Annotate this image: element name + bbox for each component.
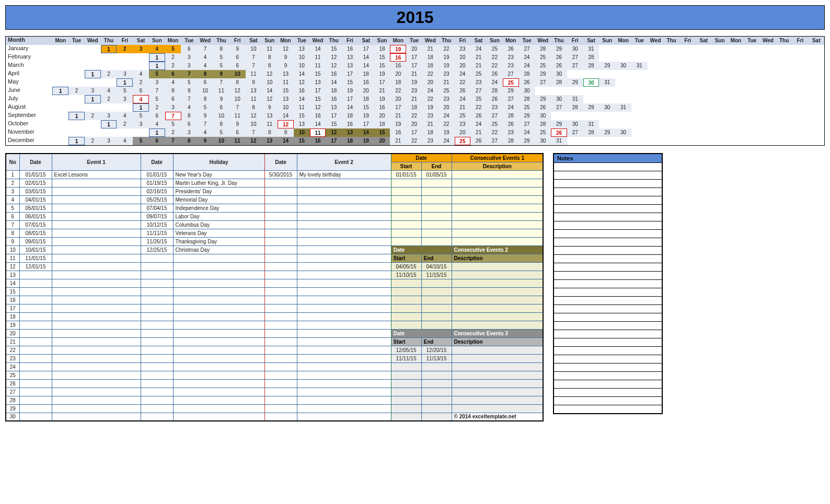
events-table: No DateEvent 1 DateHoliday DateEvent 2 D…: [5, 153, 544, 421]
notes-row[interactable]: [554, 380, 662, 389]
notes-row[interactable]: [554, 238, 662, 247]
notes-row[interactable]: [554, 196, 662, 205]
month-label: January: [6, 45, 52, 53]
notes-row[interactable]: [554, 213, 662, 221]
notes-row[interactable]: [554, 364, 662, 372]
notes-row[interactable]: [554, 247, 662, 255]
month-label: May: [6, 78, 52, 87]
notes-row[interactable]: [554, 313, 662, 322]
notes-row[interactable]: [554, 405, 662, 414]
notes-row[interactable]: [554, 338, 662, 347]
month-label: July: [6, 95, 52, 103]
month-label: June: [6, 87, 52, 95]
notes-row[interactable]: [554, 330, 662, 338]
notes-row[interactable]: [554, 180, 662, 188]
year-title: 2015: [5, 5, 825, 30]
notes-row[interactable]: [554, 397, 662, 405]
notes-row[interactable]: [554, 221, 662, 230]
month-label: November: [6, 128, 52, 137]
notes-row[interactable]: [554, 288, 662, 297]
month-label: October: [6, 120, 52, 128]
notes-row[interactable]: [554, 347, 662, 355]
notes-row[interactable]: [554, 188, 662, 196]
month-label: February: [6, 53, 52, 62]
notes-row[interactable]: [554, 355, 662, 364]
calendar-grid: MonthMonTueWedThuFriSatSunMonTueWedThuFr…: [5, 36, 825, 146]
notes-row[interactable]: [554, 372, 662, 380]
month-label: December: [6, 137, 52, 145]
notes-row[interactable]: [554, 272, 662, 280]
notes-row[interactable]: [554, 171, 662, 180]
notes-row[interactable]: [554, 205, 662, 213]
notes-header: Notes: [554, 154, 662, 163]
month-label: September: [6, 112, 52, 120]
month-label: April: [6, 70, 52, 78]
month-label: March: [6, 62, 52, 70]
notes-row[interactable]: [554, 255, 662, 263]
month-label: August: [6, 103, 52, 112]
notes-table: Notes: [553, 153, 663, 414]
notes-row[interactable]: [554, 280, 662, 288]
notes-row[interactable]: [554, 322, 662, 330]
notes-row[interactable]: [554, 389, 662, 397]
notes-row[interactable]: [554, 230, 662, 238]
notes-row[interactable]: [554, 297, 662, 305]
notes-row[interactable]: [554, 305, 662, 313]
notes-row[interactable]: [554, 163, 662, 171]
notes-row[interactable]: [554, 263, 662, 272]
